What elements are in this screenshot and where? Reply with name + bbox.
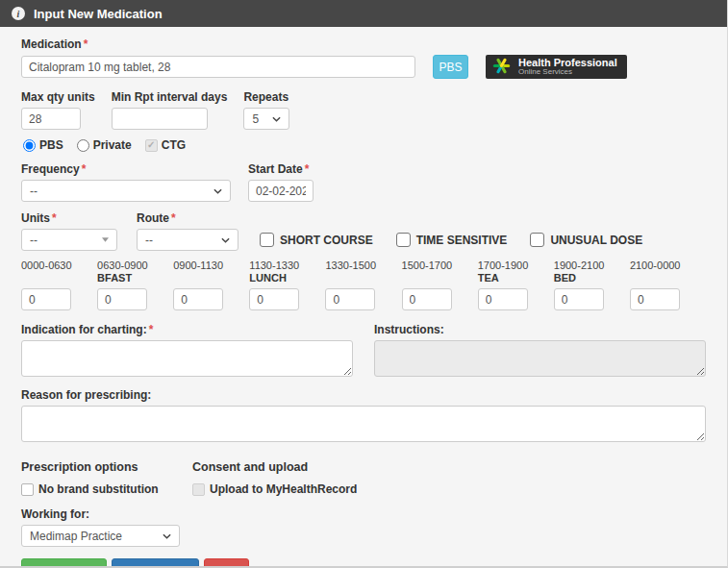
dialog-titlebar: i Input New Medication: [0, 0, 727, 27]
unusual-dose-checkbox[interactable]: [530, 233, 544, 247]
hpos-subtitle: Online Services: [518, 68, 617, 76]
time-slot-range: 1330-1500: [325, 259, 401, 272]
unusual-dose-label: UNUSUAL DOSE: [550, 234, 642, 247]
time-slot: 1330-1500: [325, 259, 401, 310]
working-for-select[interactable]: Medimap Practice: [21, 525, 180, 547]
start-next-cycle-button[interactable]: Start Next Cycle: [112, 558, 199, 568]
caret-down-icon: [102, 237, 109, 242]
upload-mhr-checkbox: [192, 483, 205, 496]
short-course-option[interactable]: SHORT COURSE: [260, 233, 373, 247]
chevron-down-icon: [163, 533, 171, 539]
time-slot: 1500-1700: [402, 259, 478, 310]
time-slot-range: 0630-0900: [97, 259, 173, 272]
time-slot: 1900-2100 BED: [554, 259, 630, 310]
time-slot-meal: [173, 272, 249, 285]
repeats-select[interactable]: 5: [243, 108, 289, 130]
units-value: --: [30, 234, 38, 247]
time-slot-range: 2100-0000: [630, 259, 706, 272]
time-slot-meal: BFAST: [97, 272, 173, 285]
pbs-radio[interactable]: [23, 139, 36, 152]
max-qty-label: Max qty units: [21, 90, 95, 104]
chevron-down-icon: [221, 237, 230, 243]
time-slot: 1130-1330 LUNCH: [249, 259, 325, 310]
repeats-label: Repeats: [243, 90, 289, 104]
units-select[interactable]: --: [21, 229, 117, 251]
required-marker: *: [84, 37, 88, 51]
time-slot: 0900-1130: [173, 259, 249, 310]
no-brand-substitution-checkbox[interactable]: [21, 483, 34, 496]
time-slot-meal: [630, 272, 706, 285]
dose-input-0630-0900[interactable]: [97, 288, 147, 310]
min-rpt-label: Min Rpt interval days: [112, 90, 228, 104]
pbs-radio-label: PBS: [39, 138, 63, 152]
repeats-value: 5: [252, 112, 259, 126]
funding-pbs-option[interactable]: PBS: [23, 138, 63, 152]
upload-mhr-option: Upload to MyHealthRecord: [192, 482, 357, 496]
time-slot: 1700-1900 TEA: [478, 259, 554, 310]
dose-input-1130-1330[interactable]: [249, 288, 299, 310]
dose-input-1330-1500[interactable]: [325, 288, 375, 310]
dose-input-0900-1130[interactable]: [173, 288, 223, 310]
no-brand-substitution-label: No brand substitution: [38, 482, 159, 496]
time-sensitive-label: TIME SENSITIVE: [416, 234, 508, 247]
short-course-checkbox[interactable]: [260, 233, 274, 247]
required-marker: *: [305, 162, 310, 176]
required-marker: *: [52, 211, 57, 225]
hpos-badge[interactable]: Health Professional Online Services: [486, 55, 627, 79]
ctg-checkbox: ✓: [145, 139, 158, 152]
instructions-label: Instructions:: [374, 323, 706, 336]
pbs-button[interactable]: PBS: [433, 55, 468, 79]
medication-label: Medication*: [21, 37, 706, 51]
upload-mhr-label: Upload to MyHealthRecord: [210, 482, 357, 496]
time-slot-meal: [325, 272, 401, 285]
form-content: Medication* PBS Health Profession: [0, 27, 727, 568]
time-slot-meal: LUNCH: [249, 272, 325, 285]
max-qty-input[interactable]: [21, 108, 81, 130]
start-button[interactable]: Start: [21, 558, 107, 568]
frequency-label: Frequency*: [21, 162, 231, 176]
no-brand-substitution-option[interactable]: No brand substitution: [21, 482, 192, 496]
info-icon: i: [12, 7, 25, 20]
start-date-label: Start Date*: [248, 162, 314, 176]
time-slot-range: 0900-1130: [173, 259, 249, 272]
cancel-button[interactable]: Cancel: [204, 558, 249, 568]
private-radio[interactable]: [77, 139, 89, 152]
medication-input[interactable]: [21, 56, 415, 78]
time-slot-range: 0000-0630: [21, 259, 97, 272]
route-value: --: [145, 234, 153, 247]
time-slot-meal: TEA: [478, 272, 554, 285]
dialog-title: Input New Medication: [34, 7, 163, 21]
route-label: Route*: [137, 211, 238, 225]
hpos-star-icon: [492, 57, 511, 78]
time-sensitive-checkbox[interactable]: [396, 233, 411, 247]
consent-upload-heading: Consent and upload: [192, 460, 357, 474]
required-marker: *: [82, 162, 87, 176]
frequency-select[interactable]: --: [21, 180, 231, 202]
min-rpt-input[interactable]: [112, 108, 208, 130]
frequency-value: --: [30, 185, 38, 198]
time-slot: 0000-0630: [21, 259, 97, 310]
reason-textarea[interactable]: [21, 406, 706, 442]
ctg-checkbox-label: CTG: [162, 138, 186, 152]
chevron-down-icon: [213, 188, 222, 194]
reason-label: Reason for prescribing:: [21, 388, 706, 402]
dose-input-1900-2100[interactable]: [554, 288, 604, 310]
dose-input-2100-0000[interactable]: [630, 288, 680, 310]
time-slot-meal: [21, 272, 97, 285]
time-slot: 2100-0000: [630, 259, 706, 310]
time-sensitive-option[interactable]: TIME SENSITIVE: [396, 233, 508, 247]
route-select[interactable]: --: [137, 229, 238, 251]
unusual-dose-option[interactable]: UNUSUAL DOSE: [530, 233, 642, 247]
dose-input-1500-1700[interactable]: [402, 288, 452, 310]
required-marker: *: [171, 211, 176, 225]
short-course-label: SHORT COURSE: [280, 234, 373, 247]
funding-private-option[interactable]: Private: [77, 138, 132, 152]
required-marker: *: [149, 323, 154, 336]
instructions-textarea: [374, 340, 706, 377]
indication-textarea[interactable]: [21, 340, 353, 377]
chevron-down-icon: [272, 116, 281, 122]
dose-input-0000-0630[interactable]: [21, 288, 71, 310]
indication-label: Indication for charting:*: [21, 323, 353, 336]
dose-input-1700-1900[interactable]: [478, 288, 528, 310]
start-date-input[interactable]: [248, 180, 314, 202]
